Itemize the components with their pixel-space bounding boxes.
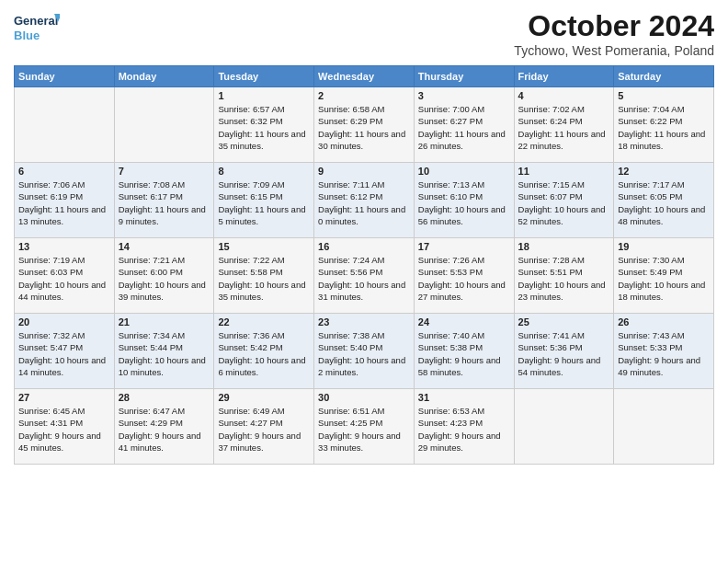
- calendar-cell: 12Sunrise: 7:17 AM Sunset: 6:05 PM Dayli…: [614, 163, 714, 238]
- day-content: Sunrise: 7:24 AM Sunset: 5:56 PM Dayligh…: [318, 254, 410, 303]
- day-content: Sunrise: 7:11 AM Sunset: 6:12 PM Dayligh…: [318, 178, 410, 227]
- day-content: Sunrise: 7:34 AM Sunset: 5:44 PM Dayligh…: [119, 329, 210, 378]
- day-content: Sunrise: 7:09 AM Sunset: 6:15 PM Dayligh…: [218, 178, 310, 227]
- day-number: 19: [618, 241, 710, 252]
- calendar-cell: 15Sunrise: 7:22 AM Sunset: 5:58 PM Dayli…: [214, 238, 314, 314]
- day-content: Sunrise: 7:19 AM Sunset: 6:03 PM Dayligh…: [18, 254, 110, 303]
- day-number: 8: [218, 166, 310, 177]
- svg-text:Blue: Blue: [14, 29, 40, 42]
- day-number: 13: [18, 241, 110, 252]
- day-number: 24: [418, 316, 510, 327]
- calendar-cell: 30Sunrise: 6:51 AM Sunset: 4:25 PM Dayli…: [314, 389, 415, 465]
- day-number: 31: [418, 392, 510, 403]
- day-content: Sunrise: 6:47 AM Sunset: 4:29 PM Dayligh…: [119, 405, 210, 454]
- calendar-cell: 11Sunrise: 7:15 AM Sunset: 6:07 PM Dayli…: [514, 163, 614, 238]
- day-number: 9: [318, 166, 410, 177]
- calendar-cell: 25Sunrise: 7:41 AM Sunset: 5:36 PM Dayli…: [514, 314, 614, 389]
- day-content: Sunrise: 6:53 AM Sunset: 4:23 PM Dayligh…: [418, 405, 510, 454]
- day-content: Sunrise: 7:15 AM Sunset: 6:07 PM Dayligh…: [518, 178, 610, 227]
- calendar-cell: 22Sunrise: 7:36 AM Sunset: 5:42 PM Dayli…: [214, 314, 314, 389]
- month-title: October 2024: [514, 9, 714, 43]
- day-number: 3: [418, 90, 510, 101]
- day-number: 18: [518, 241, 610, 252]
- calendar-cell: [114, 87, 214, 163]
- calendar-cell: 24Sunrise: 7:40 AM Sunset: 5:38 PM Dayli…: [414, 314, 514, 389]
- day-header: Tuesday: [214, 66, 314, 87]
- day-number: 12: [618, 166, 710, 177]
- calendar-cell: 5Sunrise: 7:04 AM Sunset: 6:22 PM Daylig…: [614, 87, 714, 163]
- day-number: 7: [119, 166, 210, 177]
- day-number: 27: [18, 392, 110, 403]
- day-content: Sunrise: 7:32 AM Sunset: 5:47 PM Dayligh…: [18, 329, 110, 378]
- calendar-cell: [514, 389, 614, 465]
- day-content: Sunrise: 6:58 AM Sunset: 6:29 PM Dayligh…: [318, 103, 410, 152]
- day-content: Sunrise: 6:57 AM Sunset: 6:32 PM Dayligh…: [218, 103, 310, 152]
- calendar-cell: 7Sunrise: 7:08 AM Sunset: 6:17 PM Daylig…: [114, 163, 214, 238]
- title-block: October 2024 Tychowo, West Pomerania, Po…: [514, 9, 714, 58]
- calendar-cell: 26Sunrise: 7:43 AM Sunset: 5:33 PM Dayli…: [614, 314, 714, 389]
- calendar-cell: 14Sunrise: 7:21 AM Sunset: 6:00 PM Dayli…: [114, 238, 214, 314]
- day-header: Wednesday: [314, 66, 415, 87]
- day-number: 14: [119, 241, 210, 252]
- day-number: 15: [218, 241, 310, 252]
- calendar-cell: 27Sunrise: 6:45 AM Sunset: 4:31 PM Dayli…: [15, 389, 115, 465]
- day-number: 10: [418, 166, 510, 177]
- calendar-cell: 31Sunrise: 6:53 AM Sunset: 4:23 PM Dayli…: [414, 389, 514, 465]
- day-content: Sunrise: 7:02 AM Sunset: 6:24 PM Dayligh…: [518, 103, 610, 152]
- day-header: Sunday: [15, 66, 115, 87]
- day-number: 11: [518, 166, 610, 177]
- day-content: Sunrise: 7:38 AM Sunset: 5:40 PM Dayligh…: [318, 329, 410, 378]
- day-content: Sunrise: 6:45 AM Sunset: 4:31 PM Dayligh…: [18, 405, 110, 454]
- day-number: 5: [618, 90, 710, 101]
- day-number: 21: [119, 316, 210, 327]
- day-content: Sunrise: 7:41 AM Sunset: 5:36 PM Dayligh…: [518, 329, 610, 378]
- day-number: 22: [218, 316, 310, 327]
- day-content: Sunrise: 7:06 AM Sunset: 6:19 PM Dayligh…: [18, 178, 110, 227]
- calendar-cell: 9Sunrise: 7:11 AM Sunset: 6:12 PM Daylig…: [314, 163, 415, 238]
- day-content: Sunrise: 7:04 AM Sunset: 6:22 PM Dayligh…: [618, 103, 710, 152]
- day-number: 16: [318, 241, 410, 252]
- calendar-cell: 19Sunrise: 7:30 AM Sunset: 5:49 PM Dayli…: [614, 238, 714, 314]
- day-content: Sunrise: 7:17 AM Sunset: 6:05 PM Dayligh…: [618, 178, 710, 227]
- calendar-cell: 1Sunrise: 6:57 AM Sunset: 6:32 PM Daylig…: [214, 87, 314, 163]
- day-content: Sunrise: 7:21 AM Sunset: 6:00 PM Dayligh…: [119, 254, 210, 303]
- calendar-cell: 29Sunrise: 6:49 AM Sunset: 4:27 PM Dayli…: [214, 389, 314, 465]
- day-number: 1: [218, 90, 310, 101]
- day-content: Sunrise: 7:30 AM Sunset: 5:49 PM Dayligh…: [618, 254, 710, 303]
- day-header: Monday: [114, 66, 214, 87]
- day-number: 25: [518, 316, 610, 327]
- calendar-cell: 8Sunrise: 7:09 AM Sunset: 6:15 PM Daylig…: [214, 163, 314, 238]
- day-content: Sunrise: 7:22 AM Sunset: 5:58 PM Dayligh…: [218, 254, 310, 303]
- calendar-cell: 6Sunrise: 7:06 AM Sunset: 6:19 PM Daylig…: [15, 163, 115, 238]
- calendar-cell: 18Sunrise: 7:28 AM Sunset: 5:51 PM Dayli…: [514, 238, 614, 314]
- calendar-cell: 17Sunrise: 7:26 AM Sunset: 5:53 PM Dayli…: [414, 238, 514, 314]
- svg-text:General: General: [14, 14, 58, 28]
- calendar-cell: 10Sunrise: 7:13 AM Sunset: 6:10 PM Dayli…: [414, 163, 514, 238]
- calendar-cell: [15, 87, 115, 163]
- day-header: Saturday: [614, 66, 714, 87]
- day-content: Sunrise: 7:08 AM Sunset: 6:17 PM Dayligh…: [119, 178, 210, 227]
- day-content: Sunrise: 7:13 AM Sunset: 6:10 PM Dayligh…: [418, 178, 510, 227]
- calendar-cell: 4Sunrise: 7:02 AM Sunset: 6:24 PM Daylig…: [514, 87, 614, 163]
- calendar-cell: 16Sunrise: 7:24 AM Sunset: 5:56 PM Dayli…: [314, 238, 415, 314]
- calendar-cell: 20Sunrise: 7:32 AM Sunset: 5:47 PM Dayli…: [15, 314, 115, 389]
- day-number: 2: [318, 90, 410, 101]
- day-number: 17: [418, 241, 510, 252]
- day-number: 29: [218, 392, 310, 403]
- subtitle: Tychowo, West Pomerania, Poland: [514, 43, 714, 58]
- day-number: 23: [318, 316, 410, 327]
- day-number: 20: [18, 316, 110, 327]
- day-content: Sunrise: 7:00 AM Sunset: 6:27 PM Dayligh…: [418, 103, 510, 152]
- day-content: Sunrise: 7:40 AM Sunset: 5:38 PM Dayligh…: [418, 329, 510, 378]
- day-number: 28: [119, 392, 210, 403]
- day-content: Sunrise: 7:36 AM Sunset: 5:42 PM Dayligh…: [218, 329, 310, 378]
- calendar-table: SundayMondayTuesdayWednesdayThursdayFrid…: [14, 65, 714, 465]
- day-content: Sunrise: 7:28 AM Sunset: 5:51 PM Dayligh…: [518, 254, 610, 303]
- calendar-cell: 23Sunrise: 7:38 AM Sunset: 5:40 PM Dayli…: [314, 314, 415, 389]
- calendar-cell: 13Sunrise: 7:19 AM Sunset: 6:03 PM Dayli…: [15, 238, 115, 314]
- calendar-cell: 21Sunrise: 7:34 AM Sunset: 5:44 PM Dayli…: [114, 314, 214, 389]
- logo: General Blue: [14, 9, 60, 46]
- day-header: Friday: [514, 66, 614, 87]
- day-content: Sunrise: 7:43 AM Sunset: 5:33 PM Dayligh…: [618, 329, 710, 378]
- day-content: Sunrise: 6:51 AM Sunset: 4:25 PM Dayligh…: [318, 405, 410, 454]
